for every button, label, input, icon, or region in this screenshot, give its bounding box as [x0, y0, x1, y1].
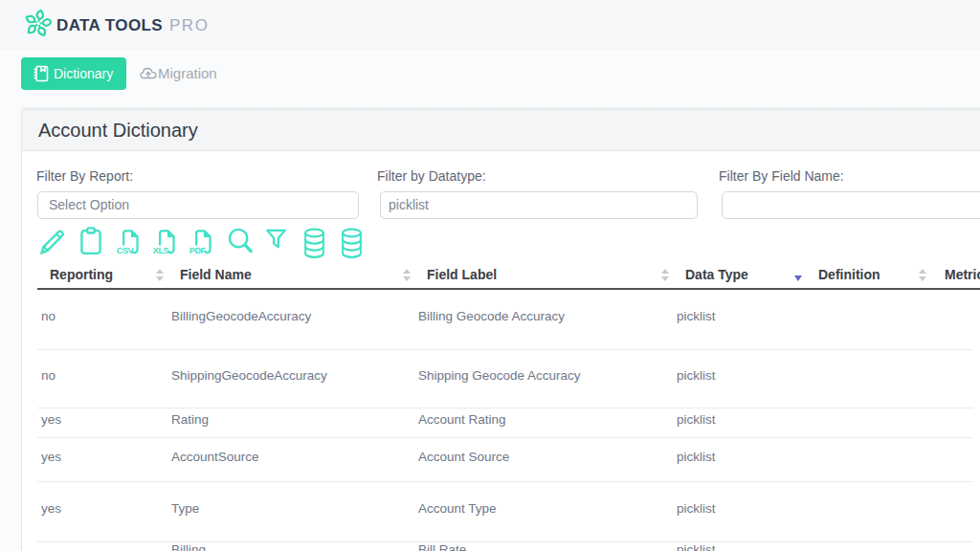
svg-text:PDF: PDF: [189, 246, 207, 255]
svg-text:XLS: XLS: [153, 246, 169, 255]
svg-text:CSV: CSV: [117, 246, 134, 255]
